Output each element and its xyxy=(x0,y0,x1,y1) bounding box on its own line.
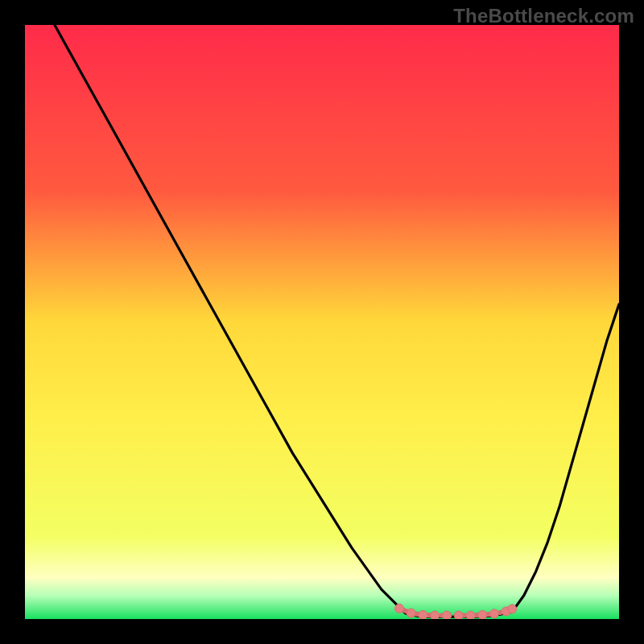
optimal-range-marker xyxy=(407,609,415,617)
optimal-range-marker xyxy=(508,605,517,613)
optimal-range-marker xyxy=(466,611,475,619)
optimal-range-marker xyxy=(478,610,487,619)
gradient-background xyxy=(25,25,619,619)
optimal-range-marker xyxy=(490,609,499,618)
optimal-range-marker xyxy=(431,611,440,619)
optimal-range-marker xyxy=(442,611,451,619)
watermark-text: TheBottleneck.com xyxy=(453,5,634,27)
optimal-range-marker xyxy=(419,610,427,619)
optimal-range-marker xyxy=(394,604,403,613)
bottleneck-chart xyxy=(25,25,619,619)
optimal-range-marker xyxy=(454,611,463,619)
chart-frame: TheBottleneck.com xyxy=(0,0,644,644)
plot-area xyxy=(25,25,619,619)
